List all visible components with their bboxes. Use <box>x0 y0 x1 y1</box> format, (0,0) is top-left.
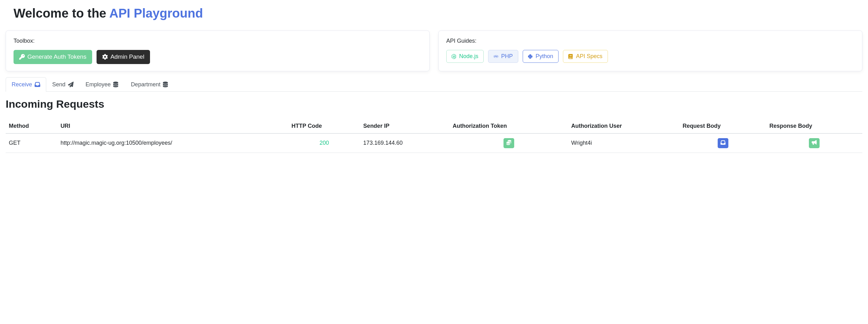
nodejs-guide-label: Node.js <box>459 53 478 60</box>
php-guide-label: PHP <box>501 53 513 60</box>
database-icon <box>163 82 168 87</box>
python-icon <box>528 54 533 59</box>
tab-receive-label: Receive <box>12 81 32 88</box>
book-icon <box>568 54 573 59</box>
admin-panel-button[interactable]: Admin Panel <box>97 50 150 64</box>
php-guide-button[interactable]: PHP <box>488 50 518 63</box>
th-http-code: HTTP Code <box>288 119 360 134</box>
tab-send[interactable]: Send <box>46 77 80 92</box>
th-auth-token: Authorization Token <box>450 119 568 134</box>
python-guide-button[interactable]: Python <box>523 50 559 63</box>
table-row: GET http://magic.magic-ug.org:10500/empl… <box>6 134 862 153</box>
cell-uri: http://magic.magic-ug.org:10500/employee… <box>57 134 288 153</box>
nodejs-icon <box>452 54 457 59</box>
tab-employee-label: Employee <box>86 81 111 88</box>
th-method: Method <box>6 119 57 134</box>
generate-auth-tokens-label: Generate Auth Tokens <box>27 53 87 61</box>
incoming-requests-table: Method URI HTTP Code Sender IP Authoriza… <box>6 119 862 153</box>
response-body-button[interactable] <box>809 138 819 148</box>
admin-panel-label: Admin Panel <box>111 53 144 61</box>
cell-sender-ip: 173.169.144.60 <box>360 134 450 153</box>
api-guides-label: API Guides: <box>446 38 855 44</box>
api-specs-label: API Specs <box>576 53 602 60</box>
inbox-icon <box>720 140 725 146</box>
request-body-button[interactable] <box>718 138 728 148</box>
th-uri: URI <box>57 119 288 134</box>
auth-token-button[interactable] <box>503 138 514 148</box>
page-title-highlight: API Playground <box>110 6 203 20</box>
php-icon <box>493 54 498 59</box>
cell-method: GET <box>6 134 57 153</box>
paper-plane-icon <box>68 82 73 87</box>
key-icon <box>19 54 25 60</box>
main-tabs: Receive Send Employee Department <box>6 77 862 92</box>
python-guide-label: Python <box>535 53 553 60</box>
th-request-body: Request Body <box>680 119 767 134</box>
page-title-prefix: Welcome to the <box>13 6 110 20</box>
th-sender-ip: Sender IP <box>360 119 450 134</box>
api-specs-button[interactable]: API Specs <box>563 50 608 63</box>
cell-http-code: 200 <box>319 140 329 146</box>
tab-department[interactable]: Department <box>125 77 175 92</box>
database-icon <box>113 82 119 87</box>
tab-send-label: Send <box>52 81 65 88</box>
page-title: Welcome to the API Playground <box>13 6 862 21</box>
coins-icon <box>506 140 512 146</box>
tab-receive[interactable]: Receive <box>6 77 46 92</box>
th-response-body: Response Body <box>767 119 862 134</box>
nodejs-guide-button[interactable]: Node.js <box>446 50 484 63</box>
toolbox-card: Toolbox: Generate Auth Tokens Admin Pane… <box>6 31 430 71</box>
gear-icon <box>102 54 108 60</box>
incoming-requests-heading: Incoming Requests <box>6 98 862 110</box>
tab-department-label: Department <box>131 81 160 88</box>
toolbox-label: Toolbox: <box>13 38 422 44</box>
generate-auth-tokens-button[interactable]: Generate Auth Tokens <box>13 50 92 64</box>
bullhorn-icon <box>812 140 817 146</box>
api-guides-card: API Guides: Node.js PHP Python API Specs <box>438 31 862 71</box>
tab-employee[interactable]: Employee <box>80 77 125 92</box>
th-auth-user: Authorization User <box>568 119 679 134</box>
inbox-icon <box>35 82 40 87</box>
cell-auth-user: Wright4i <box>568 134 679 153</box>
